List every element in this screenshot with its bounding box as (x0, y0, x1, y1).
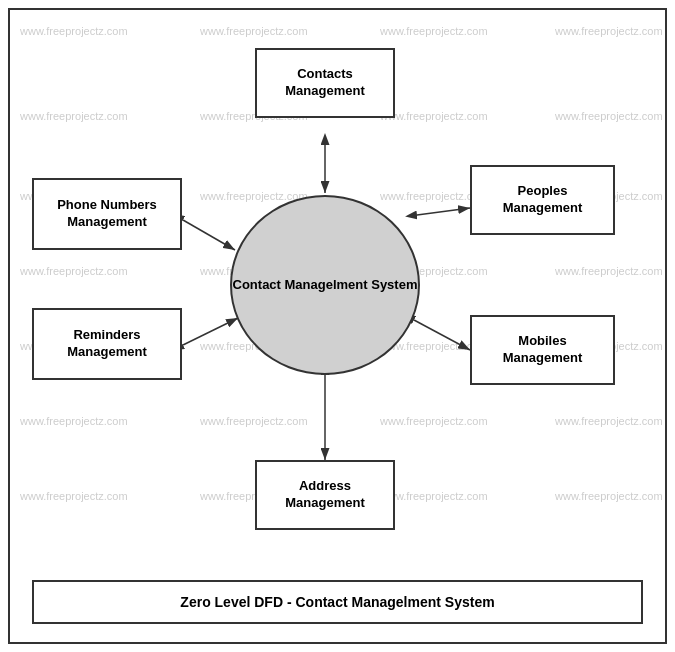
reminders-node: RemindersManagement (32, 308, 182, 380)
phone-node: Phone NumbersManagement (32, 178, 182, 250)
reminders-label: RemindersManagement (67, 327, 146, 361)
footer-label: Zero Level DFD - Contact Managelment Sys… (180, 594, 494, 610)
diagram-border: www.freeprojectz.com www.freeprojectz.co… (8, 8, 667, 644)
mobiles-node: MobilesManagement (470, 315, 615, 385)
address-node: AddressManagement (255, 460, 395, 530)
svg-line-3 (417, 208, 470, 215)
svg-line-5 (183, 318, 238, 345)
center-label: Contact Managelment System (233, 276, 418, 294)
mobiles-label: MobilesManagement (503, 333, 582, 367)
peoples-label: PeoplesManagement (503, 183, 582, 217)
svg-line-4 (183, 220, 235, 250)
contacts-node: ContactsManagement (255, 48, 395, 118)
svg-line-7 (414, 320, 470, 350)
peoples-node: PeoplesManagement (470, 165, 615, 235)
contacts-label: ContactsManagement (285, 66, 364, 100)
phone-label: Phone NumbersManagement (57, 197, 157, 231)
center-node: Contact Managelment System (230, 195, 420, 375)
footer-box: Zero Level DFD - Contact Managelment Sys… (32, 580, 643, 624)
address-label: AddressManagement (285, 478, 364, 512)
